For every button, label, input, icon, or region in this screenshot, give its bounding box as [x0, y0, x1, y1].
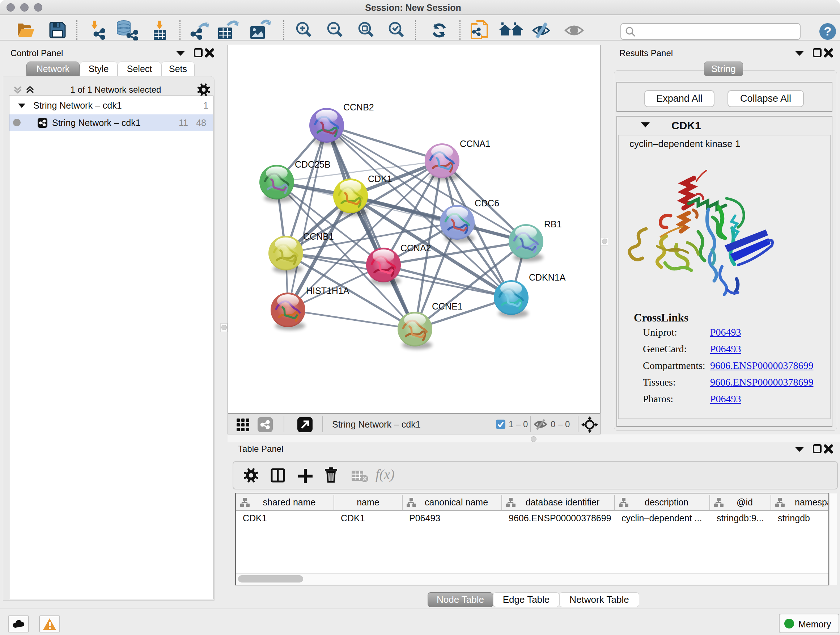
- svg-text:CDKN1A: CDKN1A: [529, 272, 566, 282]
- svg-text:CDC6: CDC6: [475, 198, 499, 208]
- svg-text:HIST1H1A: HIST1H1A: [306, 286, 349, 296]
- svg-text:shared name: shared name: [263, 497, 316, 507]
- svg-text:namespace: namespace: [795, 497, 828, 507]
- svg-text:CCNB2: CCNB2: [343, 102, 374, 112]
- svg-text:CCNB1: CCNB1: [303, 231, 334, 241]
- svg-text:description: description: [645, 497, 688, 507]
- svg-text:CCNA1: CCNA1: [460, 139, 491, 149]
- svg-text:database identifier: database identifier: [526, 497, 600, 507]
- svg-text:CDC25B: CDC25B: [295, 159, 331, 169]
- svg-text:CCNA2: CCNA2: [401, 243, 431, 253]
- svg-text:name: name: [357, 497, 379, 507]
- svg-text:CCNE1: CCNE1: [432, 301, 463, 311]
- svg-text:@id: @id: [737, 497, 753, 507]
- svg-text:RB1: RB1: [544, 219, 562, 229]
- svg-text:CDK1: CDK1: [368, 174, 392, 184]
- svg-text:canonical name: canonical name: [425, 497, 488, 507]
